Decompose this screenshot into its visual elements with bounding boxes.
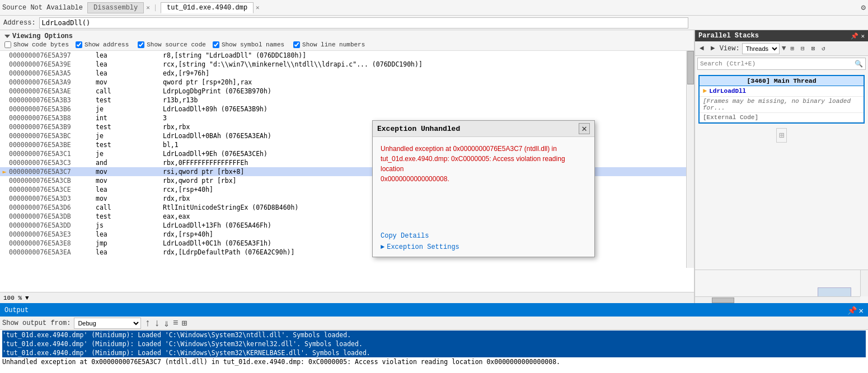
ps-view-dropdown[interactable]: Threads Tasks [742, 43, 780, 54]
vo-line-numbers-checkbox[interactable] [293, 41, 300, 48]
address-bar: Address: [0, 16, 868, 30]
exception-settings-label: Exception Settings [387, 243, 459, 251]
ps-fit-btn[interactable]: ⊞ [788, 44, 796, 53]
ps-search-input[interactable] [700, 60, 855, 67]
vo-show-symbol-names[interactable]: Show symbol names [213, 41, 284, 48]
parallel-stacks-panel: Parallel Stacks 📌 ✕ ◄ ► View: Threads Ta… [695, 30, 868, 303]
code-line[interactable]: 0000000076E5A3B3testr13b,r13b [0, 96, 694, 105]
bottom-panel: Output 📌 ✕ Show output from: Debug ↑ ↓ ⇓… [0, 303, 868, 373]
code-line[interactable]: 0000000076E5A39Elearcx,[string "d:\\win7… [0, 60, 694, 69]
thread-title: [3460] Main Thread [700, 76, 864, 86]
code-line[interactable]: 0000000076E5A3A9movqword ptr [rsp+20h],r… [0, 78, 694, 87]
output-line[interactable]: 'tut_01d.exe.4940.dmp' (Minidump): Loade… [2, 348, 866, 357]
h-scrollbar[interactable] [695, 296, 860, 303]
output-bottom-icon[interactable]: ⇓ [163, 317, 170, 329]
output-toolbar: Show output from: Debug ↑ ↓ ⇓ ≡ ⊞ [0, 317, 868, 330]
output-area: 'tut_01d.exe.4940.dmp' (Minidump): Loade… [0, 330, 868, 373]
vo-collapse-icon[interactable] [4, 35, 10, 38]
code-line[interactable]: 0000000076E5A3B6jeLdrLoadDll+89h (076E5A… [0, 105, 694, 114]
ps-filter-icon[interactable]: ▼ [782, 44, 786, 53]
output-down-icon[interactable]: ↓ [154, 318, 160, 329]
ps-forward-btn[interactable]: ► [709, 43, 717, 54]
output-show-label: Show output from: [2, 319, 71, 327]
zoom-dropdown-icon[interactable]: ▼ [25, 295, 29, 301]
ps-refresh-btn[interactable]: ↺ [819, 44, 828, 53]
vo-symbol-names-checkbox[interactable] [213, 41, 219, 48]
vo-show-line-numbers[interactable]: Show line numbers [293, 41, 365, 48]
vo-source-code-label: Show source code [147, 41, 206, 48]
ps-search-bar: 🔍 [697, 58, 866, 70]
tab-dmp-close[interactable]: ✕ [256, 4, 260, 11]
tab-dmp[interactable]: tut_01d.exe.4940.dmp [161, 2, 254, 13]
output-up-icon[interactable]: ↑ [144, 318, 151, 329]
vo-show-code-bytes[interactable]: Show code bytes [4, 41, 69, 48]
output-pin-icon[interactable]: 📌 [847, 306, 857, 315]
tab-disassembly[interactable]: Disassembly [87, 2, 144, 13]
output-line[interactable]: 'tut_01d.exe.4940.dmp' (Minidump): Loade… [2, 330, 866, 339]
settings-icon[interactable]: ⚙ [861, 3, 866, 12]
dialog-footer: Copy Details ► Exception Settings [373, 230, 594, 257]
zoom-bar: 100 % ▼ [0, 292, 694, 303]
ps-pin-icon[interactable]: 📌 [851, 32, 858, 40]
tab-bar: Source Not Available Disassembly ✕ | tut… [0, 0, 868, 16]
viewing-options: Viewing Options Show code bytes Show add… [0, 30, 694, 51]
frame-arrow-icon: ► [703, 87, 707, 95]
address-input[interactable] [39, 17, 688, 29]
output-line[interactable]: 'tut_01d.exe.4940.dmp' (Minidump): Loade… [2, 339, 866, 348]
ps-expand-icon[interactable]: ⊞ [776, 128, 787, 143]
output-source-dropdown[interactable]: Debug [74, 318, 141, 329]
source-not-available-label: Source Not Available [2, 4, 83, 12]
dialog-body: Unhandled exception at 0x0000000076E5A3C… [373, 137, 594, 230]
frame-item-missing: [Frames may be missing, no binary loaded… [700, 97, 864, 113]
arrow-icon: ► [0, 168, 9, 176]
code-line[interactable]: 0000000076E5A3AEcallLdrpLogDbgPrint (076… [0, 87, 694, 96]
h-scrollbar-thumb[interactable] [712, 298, 734, 303]
exception-settings-link[interactable]: ► Exception Settings [381, 243, 587, 251]
copy-details-link[interactable]: Copy Details [381, 232, 429, 240]
v-scrollbar-thumb[interactable] [687, 51, 694, 84]
tab-disassembly-close[interactable]: ✕ [146, 4, 150, 11]
ps-close-icon[interactable]: ✕ [861, 32, 865, 40]
ps-view-label: View: [720, 45, 740, 53]
stack-frames: [3460] Main Thread ► LdrLoadDll [Frames … [695, 72, 868, 270]
vo-code-bytes-label: Show code bytes [13, 41, 69, 48]
vo-address-label: Show address [85, 41, 129, 48]
vo-title-label: Viewing Options [12, 32, 73, 40]
v-scrollbar[interactable] [686, 51, 694, 268]
frame-item-ldrloaddll[interactable]: ► LdrLoadDll [700, 86, 864, 97]
zoom-level: 100 % [3, 295, 22, 301]
thread-box: [3460] Main Thread ► LdrLoadDll [Frames … [698, 75, 865, 124]
exception-settings-arrow: ► [381, 243, 384, 251]
vo-code-bytes-checkbox[interactable] [4, 41, 11, 48]
output-line[interactable]: Unhandled exception at 0x0000000076E5A3C… [2, 357, 866, 366]
code-line[interactable]: 0000000076E5A3A5leaedx,[r9+76h] [0, 69, 694, 78]
frame-function-name: LdrLoadDll [709, 88, 746, 95]
output-close-icon[interactable]: ✕ [859, 306, 864, 315]
dialog-exception-text: Unhandled exception at 0x0000000076E5A3C… [381, 144, 587, 184]
code-line[interactable]: 0000000076E5A397lear8,[string "LdrLoadDl… [0, 51, 694, 60]
ps-method-view-btn[interactable]: ⊠ [809, 44, 818, 53]
vo-symbol-names-label: Show symbol names [222, 41, 284, 48]
ps-title: Parallel Stacks [698, 32, 759, 40]
output-title: Output [4, 306, 29, 314]
ps-layout-btn[interactable]: ⊟ [799, 44, 807, 53]
output-header: Output 📌 ✕ [0, 304, 868, 317]
output-clear-icon[interactable]: ⊞ [182, 318, 187, 329]
output-wrap-icon[interactable]: ≡ [173, 318, 179, 328]
vo-show-source-code[interactable]: Show source code [138, 41, 206, 48]
vo-line-numbers-label: Show line numbers [302, 41, 365, 48]
ps-scroll-area [695, 270, 868, 303]
ps-v-scrollbar[interactable] [860, 270, 868, 296]
vo-show-address[interactable]: Show address [76, 41, 129, 48]
vo-address-checkbox[interactable] [76, 41, 82, 48]
frame-item-external: [External Code] [700, 113, 864, 122]
frame-external-text: [External Code] [703, 114, 758, 121]
ps-header: Parallel Stacks 📌 ✕ [695, 30, 868, 41]
frame-missing-text: [Frames may be missing, no binary loaded… [703, 98, 860, 111]
dialog-titlebar: Exception Unhandled ✕ [373, 121, 594, 137]
ps-search-icon[interactable]: 🔍 [855, 60, 863, 68]
vo-source-code-checkbox[interactable] [138, 41, 144, 48]
ps-toolbar: ◄ ► View: Threads Tasks ▼ ⊞ ⊟ ⊠ ↺ [695, 41, 868, 56]
dialog-close-btn[interactable]: ✕ [579, 123, 590, 134]
ps-back-btn[interactable]: ◄ [697, 43, 706, 54]
